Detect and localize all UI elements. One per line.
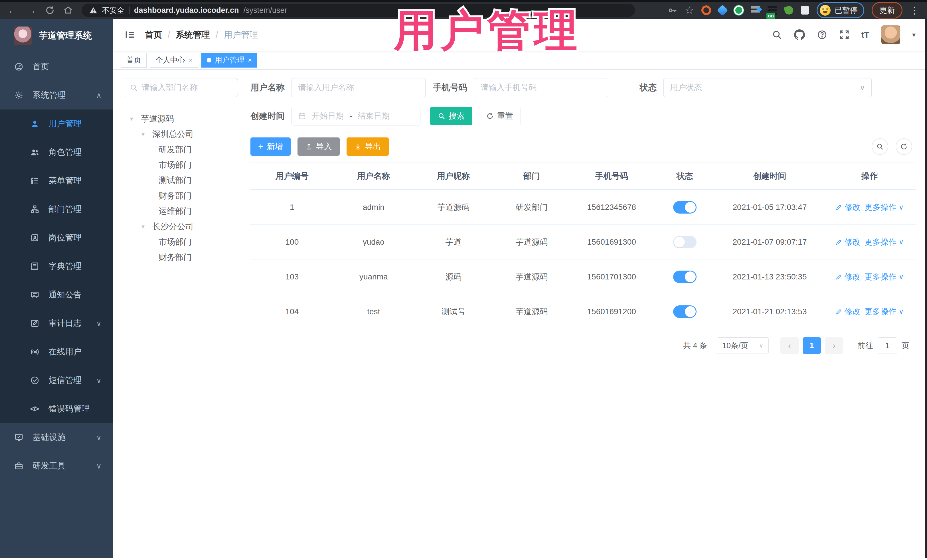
status-toggle[interactable] (673, 236, 696, 248)
profile-paused-badge[interactable]: 已暂停 (817, 2, 864, 18)
extension-icon[interactable] (734, 5, 744, 15)
extension-icon[interactable] (717, 5, 728, 16)
cell-mobile: 15612345678 (570, 203, 653, 212)
extension-icon[interactable] (784, 5, 794, 16)
tree-node[interactable]: 研发部门 (124, 142, 238, 157)
status-toggle[interactable] (673, 270, 696, 283)
search-button[interactable]: 搜索 (430, 107, 473, 125)
sidebar-item-home[interactable]: 首页 (0, 52, 113, 81)
sidebar-item-menu-mgmt[interactable]: 菜单管理 (0, 167, 113, 195)
date-range-picker[interactable]: 开始日期 - 结束日期 (292, 107, 421, 126)
extension-icon[interactable] (701, 5, 711, 15)
browser-back-icon[interactable]: ← (8, 5, 18, 15)
export-button[interactable]: 导出 (346, 137, 389, 156)
sidebar-item-system-mgmt[interactable]: 系统管理 ∧ (0, 81, 113, 109)
sidebar-logo[interactable]: 芋道管理系统 (0, 19, 113, 52)
username-input[interactable] (298, 83, 419, 92)
sidebar-item-dept-mgmt[interactable]: 部门管理 (0, 195, 113, 223)
user-avatar[interactable] (881, 25, 900, 44)
status-label: 状态 (640, 82, 656, 94)
add-button-label: 新增 (267, 141, 283, 152)
avatar-caret-icon[interactable]: ▾ (912, 31, 916, 39)
tree-node[interactable]: 财务部门 (124, 250, 238, 265)
github-icon[interactable] (794, 29, 805, 40)
caret-down-icon[interactable]: ▾ (130, 115, 137, 123)
refresh-button[interactable] (896, 138, 912, 155)
fullscreen-icon[interactable] (839, 30, 849, 40)
browser-menu-icon[interactable]: ⋮ (910, 5, 919, 16)
close-icon[interactable]: × (188, 56, 193, 64)
next-page-button[interactable]: › (825, 337, 843, 354)
tree-node[interactable]: 财务部门 (124, 188, 238, 203)
search-icon[interactable] (772, 30, 782, 40)
more-actions-link[interactable]: 更多操作 ∨ (865, 306, 904, 317)
sidebar-item-user-mgmt[interactable]: 用户管理 (0, 109, 113, 138)
modify-link[interactable]: 修改 (836, 306, 860, 317)
username-field[interactable] (292, 78, 426, 97)
mobile-field[interactable] (474, 78, 608, 97)
sidebar-item-errcode-mgmt[interactable]: </> 错误码管理 (0, 395, 113, 423)
sidebar-item-audit-log[interactable]: 审计日志 ∨ (0, 309, 113, 338)
sidebar-item-online-users[interactable]: 在线用户 (0, 338, 113, 366)
dept-search-input[interactable] (142, 83, 245, 92)
tab-home[interactable]: 首页 (121, 53, 147, 68)
status-toggle[interactable] (673, 201, 696, 214)
tree-node[interactable]: 市场部门 (124, 234, 238, 250)
caret-down-icon[interactable]: ▾ (141, 131, 148, 138)
modify-link[interactable]: 修改 (836, 237, 860, 247)
password-key-icon[interactable] (668, 5, 678, 15)
sidebar-item-sms-mgmt[interactable]: 短信管理 ∨ (0, 366, 113, 395)
toggle-search-button[interactable] (872, 138, 888, 155)
close-icon[interactable]: × (248, 56, 252, 64)
goto-page-input[interactable] (878, 337, 897, 354)
add-button[interactable]: + 新增 (251, 137, 291, 156)
tree-node[interactable]: 市场部门 (124, 157, 238, 173)
window-scrollbar[interactable] (925, 19, 927, 558)
tree-node[interactable]: ▾ 芋道源码 (124, 111, 238, 127)
sidebar-item-post-mgmt[interactable]: 岗位管理 (0, 223, 113, 252)
help-icon[interactable] (817, 30, 827, 40)
sidebar-item-dict-mgmt[interactable]: 字典管理 (0, 252, 113, 281)
import-button[interactable]: 导入 (298, 137, 340, 156)
status-select[interactable]: 用户状态 ∨ (663, 78, 872, 97)
tree-node[interactable]: 测试部门 (124, 173, 238, 188)
extension-icon[interactable]: on (767, 6, 777, 15)
tab-user-mgmt[interactable]: 用户管理 × (201, 53, 257, 68)
sidebar-collapse-icon[interactable] (125, 29, 136, 41)
browser-forward-icon[interactable]: → (26, 5, 36, 15)
modify-link[interactable]: 修改 (836, 272, 860, 282)
tree-node[interactable]: ▾ 长沙分公司 (124, 219, 238, 234)
browser-home-icon[interactable] (63, 5, 73, 15)
url-host[interactable]: dashboard.yudao.iocoder.cn (134, 6, 239, 15)
tree-node[interactable]: 运维部门 (124, 203, 238, 219)
sidebar-item-dev-tools[interactable]: 研发工具 ∨ (0, 452, 113, 480)
more-actions-link[interactable]: 更多操作 ∨ (865, 272, 904, 282)
extension-icon[interactable] (751, 6, 760, 15)
more-actions-link[interactable]: 更多操作 ∨ (865, 237, 904, 247)
sidebar-item-role-mgmt[interactable]: 角色管理 (0, 138, 113, 167)
cell-status (653, 236, 716, 248)
bookmark-star-icon[interactable]: ☆ (685, 5, 694, 15)
more-actions-link[interactable]: 更多操作 ∨ (865, 202, 904, 213)
browser-reload-icon[interactable] (45, 5, 55, 15)
browser-update-button[interactable]: 更新 (872, 2, 903, 18)
mobile-input[interactable] (480, 83, 602, 92)
sidebar-item-infrastructure[interactable]: 基础设施 ∨ (0, 423, 113, 452)
breadcrumb-home[interactable]: 首页 (145, 29, 162, 41)
cell-status (653, 201, 716, 214)
prev-page-button[interactable]: ‹ (780, 337, 799, 354)
current-page[interactable]: 1 (802, 337, 821, 354)
sidebar-item-notice[interactable]: 通知公告 (0, 281, 113, 309)
text-size-icon[interactable]: tT (862, 30, 869, 39)
extensions-puzzle-icon[interactable] (801, 6, 809, 15)
modify-link[interactable]: 修改 (836, 202, 860, 213)
tree-node[interactable]: ▾ 深圳总公司 (124, 127, 238, 142)
caret-down-icon[interactable]: ▾ (141, 223, 148, 231)
reset-button[interactable]: 重置 (479, 107, 521, 125)
tab-profile[interactable]: 个人中心 × (150, 53, 198, 68)
page-size-select[interactable]: 10条/页 ∨ (717, 337, 769, 354)
breadcrumb-system[interactable]: 系统管理 (176, 29, 210, 41)
status-toggle[interactable] (673, 305, 696, 318)
dept-search-box[interactable] (124, 78, 238, 97)
security-label[interactable]: 不安全 (102, 5, 125, 15)
